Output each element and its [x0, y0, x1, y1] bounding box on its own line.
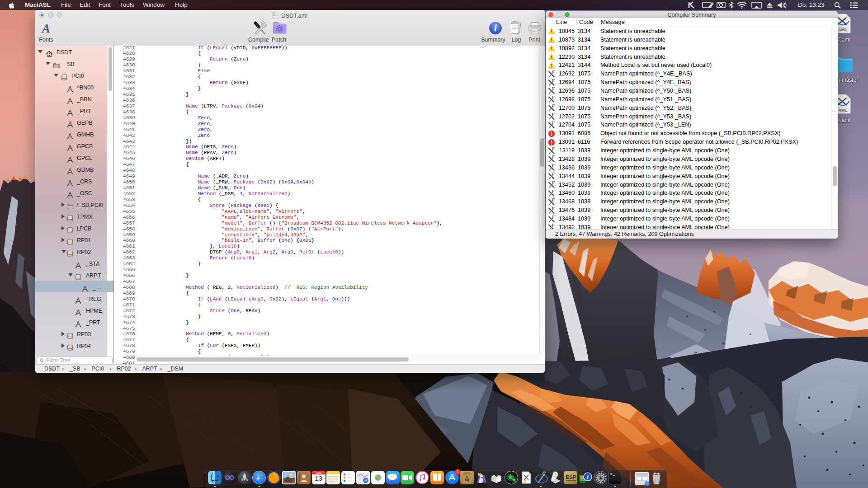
svg-text:AML: AML — [838, 28, 847, 32]
svg-text:AML: AML — [838, 108, 847, 113]
svg-text:i: i — [587, 474, 589, 480]
